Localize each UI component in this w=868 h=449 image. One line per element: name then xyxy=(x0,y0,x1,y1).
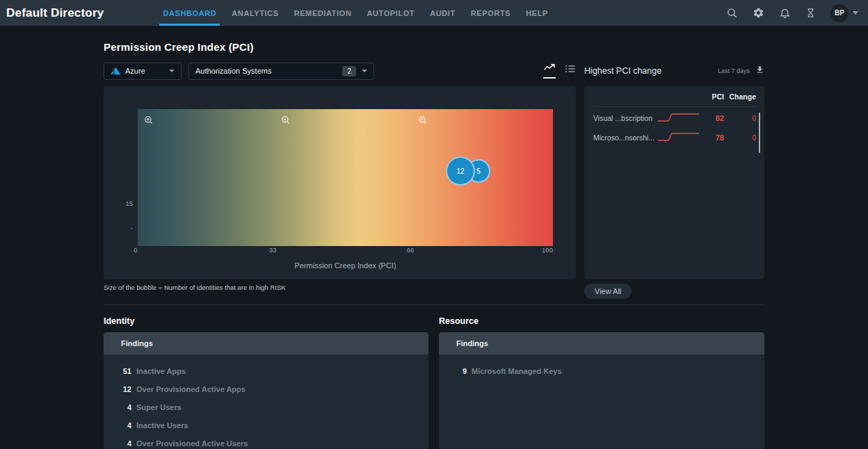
table-row[interactable]: Microso...nsorshi... 78 0 xyxy=(593,129,756,146)
directory-title: Default Directory xyxy=(0,6,104,20)
scrollbar[interactable] xyxy=(759,113,760,153)
x-axis-label: Permission Creep Index (PCI) xyxy=(138,261,553,270)
platform-select[interactable]: Azure xyxy=(104,63,182,80)
resource-section-title: Resource xyxy=(439,316,764,326)
platform-select-value: Azure xyxy=(125,67,145,75)
highest-pci-title: Highest PCI change xyxy=(584,66,661,76)
x-tick-33: 33 xyxy=(269,246,277,254)
hourglass-icon[interactable] xyxy=(805,7,816,19)
x-tick-100: 100 xyxy=(542,246,553,254)
identity-findings-card: Findings 51 Inactive Apps 12 Over Provis… xyxy=(104,332,428,449)
period-label: Last 7 days xyxy=(718,67,750,74)
finding-count: 4 xyxy=(104,421,131,430)
chevron-down-icon xyxy=(362,70,367,72)
auth-systems-select[interactable]: Authorization Systems 2 xyxy=(188,63,374,80)
bubble-size-caption: Size of the bubble = Number of identitie… xyxy=(104,284,576,291)
column-header-pci: PCI xyxy=(703,92,724,101)
y-tick-15: 15 xyxy=(119,199,133,207)
auth-systems-count-badge: 2 xyxy=(342,66,356,76)
trend-sparkline-icon xyxy=(656,111,703,126)
section-divider xyxy=(104,304,764,305)
auth-system-name: Microso...nsorshi... xyxy=(593,133,656,142)
highest-pci-panel: PCI Change Visual ...bscription 82 0 Mic… xyxy=(584,86,764,279)
zoom-in-high-icon[interactable] xyxy=(418,115,428,128)
chart-view-toggle[interactable] xyxy=(543,63,556,79)
pci-change-value: 0 xyxy=(724,115,756,122)
identity-section-title: Identity xyxy=(104,316,428,326)
finding-count: 9 xyxy=(439,367,467,375)
pci-value: 78 xyxy=(703,133,724,142)
finding-label: Over Provisioned Active Users xyxy=(136,439,248,448)
finding-count: 4 xyxy=(104,403,131,411)
finding-label: Super Users xyxy=(136,403,182,411)
pci-gradient-plot[interactable]: 5 12 xyxy=(138,109,553,246)
bell-icon[interactable] xyxy=(779,7,791,19)
auth-systems-label: Authorization Systems xyxy=(195,67,271,75)
list-item[interactable]: 9 Microsoft Managed Keys xyxy=(439,362,764,380)
list-item[interactable]: 4 Inactive Users xyxy=(104,416,428,434)
nav-help[interactable]: HELP xyxy=(518,0,556,26)
nav-remediation[interactable]: REMEDIATION xyxy=(287,0,360,26)
nav-reports[interactable]: REPORTS xyxy=(463,0,518,26)
pci-value: 82 xyxy=(703,114,724,122)
y-tick-dash: - xyxy=(119,224,133,231)
finding-label: Inactive Apps xyxy=(136,367,186,375)
finding-label: Over Provisioned Active Apps xyxy=(136,385,246,393)
chevron-down-icon xyxy=(853,11,858,15)
zoom-in-medium-icon[interactable] xyxy=(281,115,291,128)
list-item[interactable]: 12 Over Provisioned Active Apps xyxy=(104,380,428,398)
bubble-pci-78[interactable]: 12 xyxy=(446,156,475,186)
x-tick-66: 66 xyxy=(407,246,415,254)
finding-count: 12 xyxy=(104,385,131,393)
chevron-down-icon xyxy=(169,70,175,72)
azure-logo-icon xyxy=(111,66,120,76)
download-icon[interactable] xyxy=(755,65,764,77)
finding-label: Inactive Users xyxy=(136,421,188,430)
zoom-in-low-icon[interactable] xyxy=(144,115,154,128)
topbar: Default Directory DASHBOARD ANALYTICS RE… xyxy=(0,0,868,26)
search-icon[interactable] xyxy=(726,7,738,19)
list-item[interactable]: 4 Over Provisioned Active Users xyxy=(104,434,428,449)
resource-findings-header: Findings xyxy=(439,332,764,354)
auth-system-name: Visual ...bscription xyxy=(593,114,656,122)
finding-count: 51 xyxy=(104,367,131,375)
nav-audit[interactable]: AUDIT xyxy=(422,0,463,26)
finding-count: 4 xyxy=(104,439,131,448)
nav-autopilot[interactable]: AUTOPILOT xyxy=(359,0,422,26)
resource-findings-card: Findings 9 Microsoft Managed Keys xyxy=(439,332,764,449)
nav-dashboard[interactable]: DASHBOARD xyxy=(155,0,224,26)
pci-bubble-chart: # of Identities contributing to PCI 15 -… xyxy=(104,86,576,279)
x-tick-0: 0 xyxy=(134,246,137,254)
table-row[interactable]: Visual ...bscription 82 0 xyxy=(593,110,756,126)
list-item[interactable]: 51 Inactive Apps xyxy=(104,362,428,380)
trend-sparkline-icon xyxy=(656,130,703,145)
page-title: Permission Creep Index (PCI) xyxy=(104,41,764,53)
list-view-toggle[interactable] xyxy=(565,64,576,78)
pci-change-value: 0 xyxy=(724,134,756,142)
nav-analytics[interactable]: ANALYTICS xyxy=(224,0,286,26)
list-item[interactable]: 4 Super Users xyxy=(104,398,428,416)
avatar[interactable]: BP xyxy=(830,4,849,22)
column-header-change: Change xyxy=(724,92,756,101)
gear-icon[interactable] xyxy=(753,7,764,19)
identity-findings-header: Findings xyxy=(104,332,428,354)
user-menu[interactable]: BP xyxy=(830,4,858,22)
finding-label: Microsoft Managed Keys xyxy=(472,367,562,375)
main-nav: DASHBOARD ANALYTICS REMEDIATION AUTOPILO… xyxy=(155,0,556,26)
view-all-button[interactable]: View All xyxy=(584,284,632,299)
